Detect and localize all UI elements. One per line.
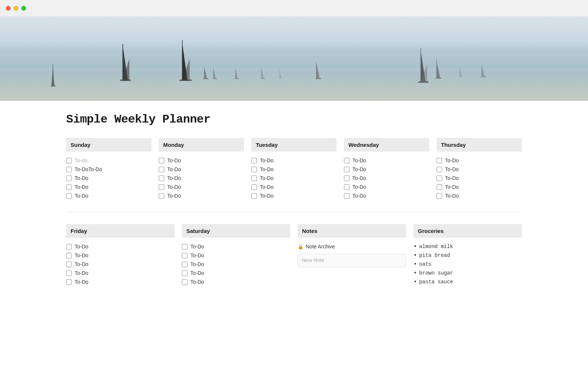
todo-checkbox[interactable] — [159, 184, 164, 190]
bullet-icon: • — [413, 270, 417, 276]
todo-checkbox[interactable] — [251, 184, 257, 190]
todo-checkbox[interactable] — [159, 167, 164, 172]
todo-checkbox[interactable] — [437, 176, 442, 181]
hero-image — [0, 16, 588, 101]
todo-label: To-Do — [190, 270, 204, 276]
svg-rect-27 — [418, 81, 429, 83]
todo-item: To-Do — [251, 156, 337, 165]
grocery-label: almond milk — [419, 244, 453, 250]
todo-checkbox[interactable] — [66, 262, 72, 267]
todo-item: To-Do — [66, 242, 175, 251]
todo-label: To-Do — [260, 193, 273, 199]
todo-checkbox[interactable] — [437, 158, 442, 163]
todo-item: To-Do — [344, 156, 429, 165]
todo-item: To-Do — [437, 174, 522, 183]
grocery-label: pita bread — [419, 252, 450, 258]
todo-checkbox[interactable] — [182, 262, 187, 267]
svg-rect-17 — [213, 78, 217, 79]
todo-checkbox[interactable] — [437, 184, 442, 190]
day-header-sunday: Sunday — [66, 138, 151, 152]
todo-label: To-Do — [445, 184, 459, 190]
todo-label: To-Do — [75, 270, 88, 276]
todo-label: To-Do — [75, 184, 88, 190]
todo-checkbox[interactable] — [66, 193, 72, 199]
todo-checkbox[interactable] — [159, 176, 164, 181]
todo-checkbox[interactable] — [66, 158, 72, 163]
todo-checkbox[interactable] — [344, 193, 349, 199]
todo-item: To-Do — [159, 165, 244, 174]
todo-label: To-DoTo-Do — [75, 166, 102, 172]
todo-label: To-Do — [445, 193, 459, 199]
todo-item: To-Do — [159, 191, 244, 200]
day-column-wednesday: WednesdayTo-DoTo-DoTo-DoTo-DoTo-Do — [344, 138, 429, 200]
todo-checkbox[interactable] — [182, 253, 187, 258]
groceries-column: Groceries•almond milk•pita bread•oats•br… — [413, 224, 522, 286]
todo-checkbox[interactable] — [66, 253, 72, 258]
lock-icon: 🔒 — [298, 244, 304, 250]
todo-checkbox[interactable] — [66, 167, 72, 172]
todo-label: To-Do — [190, 279, 204, 285]
todo-label: To-Do — [75, 261, 88, 267]
todo-item: To-Do — [437, 165, 522, 174]
todo-checkbox[interactable] — [66, 184, 72, 190]
todo-item: To-Do — [251, 165, 337, 174]
todo-label: To-Do — [260, 166, 273, 172]
todo-checkbox[interactable] — [437, 193, 442, 199]
todo-label: To-Do — [75, 252, 88, 258]
maximize-button[interactable] — [21, 6, 26, 11]
svg-rect-13 — [179, 79, 192, 81]
todo-checkbox[interactable] — [66, 244, 72, 250]
grocery-item: •pasta sauce — [413, 277, 522, 286]
todo-label: To-Do — [445, 158, 459, 163]
todo-checkbox[interactable] — [251, 193, 257, 199]
todo-item: To-Do — [182, 269, 290, 277]
todo-checkbox[interactable] — [66, 176, 72, 181]
todo-checkbox[interactable] — [66, 279, 72, 285]
todo-checkbox[interactable] — [182, 244, 187, 250]
note-archive-item[interactable]: 🔒Note Archive — [298, 242, 406, 251]
grocery-item: •brown sugar — [413, 269, 522, 277]
day-header-monday: Monday — [159, 138, 244, 152]
new-note-input[interactable]: New Note — [298, 254, 406, 267]
todo-checkbox[interactable] — [159, 193, 164, 199]
day-column-thursday: ThursdayTo-DoTo-DoTo-DoTo-DoTo-Do — [437, 138, 522, 200]
todo-label: To-Do — [167, 193, 181, 199]
todo-item: To-Do — [66, 277, 175, 286]
bullet-icon: • — [413, 261, 417, 267]
todo-checkbox[interactable] — [344, 158, 349, 163]
todo-checkbox[interactable] — [344, 167, 349, 172]
svg-rect-23 — [315, 78, 321, 79]
todo-checkbox[interactable] — [344, 176, 349, 181]
grocery-item: •oats — [413, 260, 522, 269]
todo-label: To-Do — [167, 158, 181, 163]
todo-item: To-Do — [251, 183, 337, 191]
todo-checkbox[interactable] — [182, 279, 187, 285]
todo-item: To-Do — [159, 183, 244, 191]
titlebar — [0, 0, 588, 16]
todo-checkbox[interactable] — [344, 184, 349, 190]
todo-label: To-Do — [352, 184, 366, 190]
todo-checkbox[interactable] — [251, 158, 257, 163]
todo-item: To-Do — [66, 183, 151, 191]
todo-label: To-Do — [190, 252, 204, 258]
todo-checkbox[interactable] — [437, 167, 442, 172]
archive-label: Note Archive — [306, 244, 335, 250]
todo-checkbox[interactable] — [182, 270, 187, 276]
todo-checkbox[interactable] — [159, 158, 164, 163]
todo-checkbox[interactable] — [251, 167, 257, 172]
day-header-wednesday: Wednesday — [344, 138, 429, 152]
close-button[interactable] — [6, 6, 11, 11]
todo-label: To-Do — [260, 175, 273, 181]
todo-item: To-Do — [344, 174, 429, 183]
todo-label: To-Do — [352, 166, 366, 172]
todo-checkbox[interactable] — [251, 176, 257, 181]
todo-label: To-Do — [75, 193, 88, 199]
grocery-label: oats — [419, 261, 432, 267]
minimize-button[interactable] — [14, 6, 18, 11]
todo-item: To-Do — [344, 183, 429, 191]
todo-label: To-Do — [190, 244, 204, 250]
todo-item: To-Do — [66, 174, 151, 183]
todo-checkbox[interactable] — [66, 270, 72, 276]
todo-item: To-Do — [182, 251, 290, 260]
bullet-icon: • — [413, 244, 417, 250]
